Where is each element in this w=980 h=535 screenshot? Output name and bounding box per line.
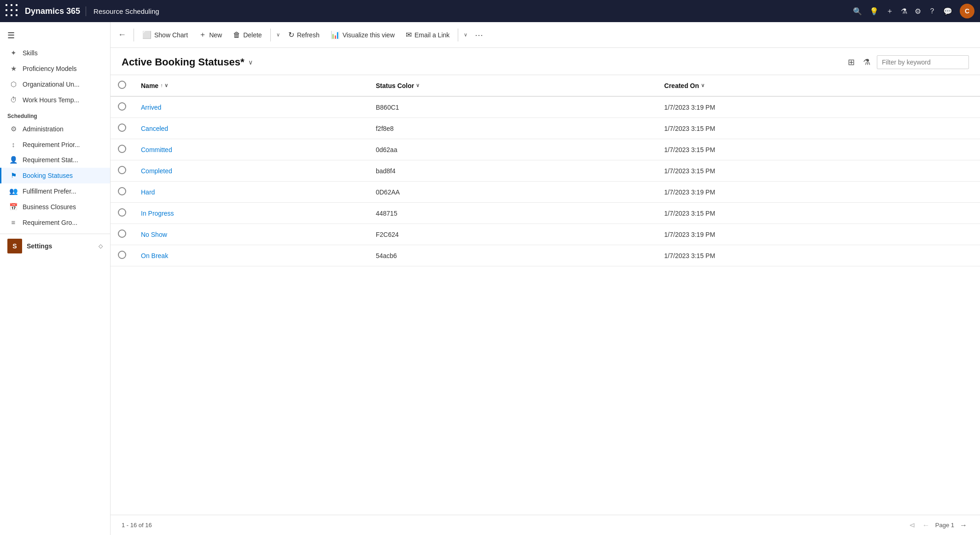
status-color-sort-icon[interactable]: ∨: [416, 82, 420, 88]
row-name-link[interactable]: On Break: [141, 252, 168, 259]
user-avatar[interactable]: C: [960, 4, 974, 18]
email-link-button[interactable]: ✉ Email a Link: [401, 28, 454, 42]
row-checkbox-cell[interactable]: [111, 224, 134, 245]
sidebar-item-booking-statuses[interactable]: ⚑ Booking Statuses: [0, 168, 110, 183]
settings-initial: S: [7, 239, 22, 253]
sidebar-item-skills[interactable]: ✦ Skills: [0, 45, 110, 61]
prev-page-button[interactable]: ←: [921, 520, 932, 530]
row-checkbox[interactable]: [118, 102, 126, 111]
select-all-column[interactable]: [111, 75, 134, 96]
row-name-link[interactable]: In Progress: [141, 210, 174, 217]
toolbar-divider-1: [134, 29, 134, 41]
sidebar-item-administration[interactable]: ⚙ Administration: [0, 121, 110, 137]
toolbar-divider-2: [270, 29, 271, 41]
refresh-icon: ↻: [288, 30, 294, 39]
new-button[interactable]: ＋ New: [194, 27, 227, 42]
table-view-icon[interactable]: ⊞: [846, 55, 857, 69]
row-created-on-cell: 1/7/2023 3:15 PM: [657, 245, 980, 266]
sidebar-item-org-units[interactable]: ⬡ Organizational Un...: [0, 76, 110, 92]
settings-icon[interactable]: ⚙: [915, 7, 921, 16]
show-chart-button[interactable]: ⬜ Show Chart: [138, 28, 192, 42]
table-row: In Progress 448715 1/7/2023 3:15 PM: [111, 203, 980, 224]
created-on-sort-icon[interactable]: ∨: [701, 82, 705, 88]
row-name-link[interactable]: Canceled: [141, 125, 168, 132]
row-status-color-cell: 0d62aa: [368, 139, 657, 160]
sidebar-item-req-statuses[interactable]: 👤 Requirement Stat...: [0, 152, 110, 168]
row-status-color-cell: 448715: [368, 203, 657, 224]
table-row: Committed 0d62aa 1/7/2023 3:15 PM: [111, 139, 980, 160]
name-column-header[interactable]: Name ↑ ∨: [134, 75, 368, 96]
row-checkbox[interactable]: [118, 229, 126, 238]
app-grid-icon[interactable]: [6, 4, 19, 18]
row-name-cell: Arrived: [134, 96, 368, 118]
row-checkbox-cell[interactable]: [111, 203, 134, 224]
email-dropdown-chevron[interactable]: ∨: [462, 29, 469, 41]
sidebar-item-label: Requirement Prior...: [23, 141, 80, 148]
row-created-on-cell: 1/7/2023 3:19 PM: [657, 224, 980, 245]
row-name-cell: No Show: [134, 224, 368, 245]
row-checkbox-cell[interactable]: [111, 96, 134, 118]
first-page-button[interactable]: ⊲: [907, 520, 917, 530]
row-name-link[interactable]: Arrived: [141, 104, 161, 111]
search-icon[interactable]: 🔍: [853, 7, 862, 16]
sidebar: ☰ ✦ Skills ★ Proficiency Models ⬡ Organi…: [0, 22, 111, 535]
table-row: Arrived B860C1 1/7/2023 3:19 PM: [111, 96, 980, 118]
row-name-link[interactable]: No Show: [141, 231, 167, 238]
row-checkbox[interactable]: [118, 123, 126, 132]
name-sort-icon[interactable]: ↑ ∨: [160, 82, 168, 88]
sidebar-item-req-priorities[interactable]: ↕ Requirement Prior...: [0, 137, 110, 152]
select-all-checkbox[interactable]: [118, 81, 126, 89]
row-checkbox-cell[interactable]: [111, 118, 134, 139]
filter-icon[interactable]: ⚗: [901, 7, 907, 16]
sidebar-item-work-hours[interactable]: ⏱ Work Hours Temp...: [0, 92, 110, 107]
settings-nav-item[interactable]: S Settings ◇: [0, 234, 110, 258]
row-name-link[interactable]: Completed: [141, 167, 172, 175]
view-title-chevron-icon[interactable]: ∨: [248, 59, 253, 66]
req-status-icon: 👤: [9, 156, 18, 164]
sidebar-item-req-groups[interactable]: ≡ Requirement Gro...: [0, 215, 110, 230]
row-checkbox[interactable]: [118, 208, 126, 217]
sidebar-item-fulfillment[interactable]: 👥 Fulfillment Prefer...: [0, 183, 110, 199]
delete-button[interactable]: 🗑 Delete: [228, 28, 266, 42]
email-icon: ✉: [406, 30, 412, 39]
sidebar-item-label: Requirement Stat...: [23, 156, 78, 164]
booking-status-icon: ⚑: [9, 171, 18, 180]
keyword-filter-input[interactable]: [877, 55, 969, 69]
row-checkbox[interactable]: [118, 145, 126, 153]
refresh-button[interactable]: ↻ Refresh: [284, 28, 324, 42]
row-name-cell: Committed: [134, 139, 368, 160]
more-button[interactable]: ⋯: [471, 28, 487, 42]
sidebar-item-business-closures[interactable]: 📅 Business Closures: [0, 199, 110, 215]
status-color-column-header[interactable]: Status Color ∨: [368, 75, 657, 96]
row-checkbox-cell[interactable]: [111, 139, 134, 160]
filter-view-icon[interactable]: ⚗: [861, 55, 872, 69]
nav-icons: 🔍 💡 ＋ ⚗ ⚙ ？ 💬 C: [853, 4, 974, 18]
help-icon[interactable]: ？: [928, 6, 936, 16]
toolbar: ← ⬜ Show Chart ＋ New 🗑 Delete ∨ ↻ Refres…: [111, 22, 980, 48]
row-checkbox[interactable]: [118, 251, 126, 259]
row-checkbox[interactable]: [118, 187, 126, 195]
next-page-button[interactable]: →: [958, 520, 969, 530]
scheduling-section-label: Scheduling: [0, 107, 110, 121]
add-icon[interactable]: ＋: [886, 6, 893, 16]
table-footer: 1 - 16 of 16 ⊲ ← Page 1 →: [111, 515, 980, 535]
back-button[interactable]: ←: [114, 28, 130, 41]
booking-statuses-table: Name ↑ ∨ Status Color ∨: [111, 75, 980, 266]
row-checkbox-cell[interactable]: [111, 245, 134, 266]
hamburger-button[interactable]: ☰: [0, 26, 110, 45]
row-name-link[interactable]: Committed: [141, 146, 172, 153]
sidebar-item-proficiency-models[interactable]: ★ Proficiency Models: [0, 61, 110, 76]
row-checkbox-cell[interactable]: [111, 160, 134, 182]
row-name-link[interactable]: Hard: [141, 188, 155, 196]
row-checkbox[interactable]: [118, 166, 126, 174]
sidebar-item-label: Proficiency Models: [23, 65, 77, 72]
visualize-icon: 📊: [331, 30, 340, 39]
feedback-icon[interactable]: 💬: [943, 7, 952, 16]
lightbulb-icon[interactable]: 💡: [869, 7, 879, 16]
delete-dropdown-chevron[interactable]: ∨: [274, 29, 282, 41]
row-checkbox-cell[interactable]: [111, 182, 134, 203]
created-on-column-header[interactable]: Created On ∨: [657, 75, 980, 96]
sidebar-item-label: Business Closures: [23, 203, 76, 211]
top-navigation: Dynamics 365 Resource Scheduling 🔍 💡 ＋ ⚗…: [0, 0, 980, 22]
visualize-button[interactable]: 📊 Visualize this view: [326, 28, 399, 42]
